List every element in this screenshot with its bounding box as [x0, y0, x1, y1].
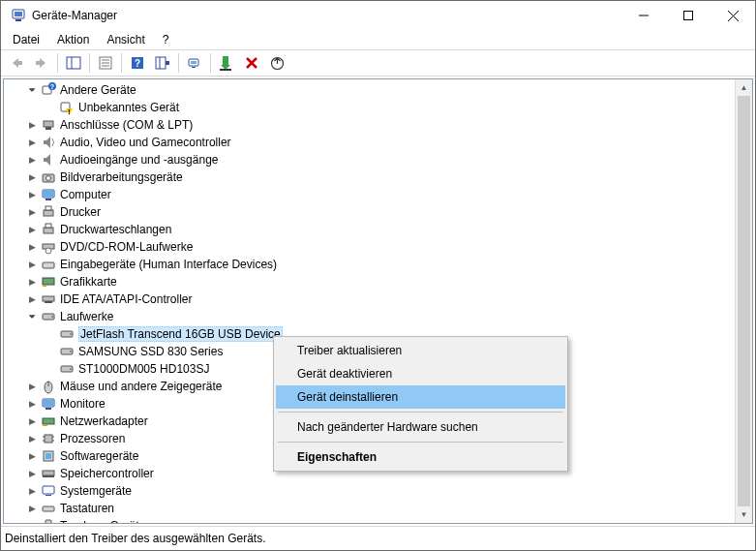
category-printqueues[interactable]: ▶Druckwarteschlangen [23, 221, 736, 238]
action-button[interactable] [151, 52, 174, 74]
audio-io-icon [41, 152, 56, 168]
printer-icon [41, 204, 56, 220]
chevron-right-icon[interactable]: ▶ [25, 170, 39, 184]
drive-icon [41, 309, 56, 324]
system-device-icon [41, 483, 56, 499]
unknown-device[interactable]: ! Unbekanntes Gerät [42, 99, 736, 116]
svg-rect-75 [43, 475, 54, 477]
category-portable[interactable]: ▶Tragbare Geräte [23, 517, 736, 523]
uninstall-device-button[interactable] [240, 52, 263, 74]
category-printers[interactable]: ▶Drucker [23, 203, 736, 221]
category-audio[interactable]: ▶Audio, Video und Gamecontroller [23, 134, 736, 151]
chevron-right-icon[interactable]: ▶ [25, 449, 39, 463]
svg-rect-64 [45, 408, 51, 410]
menu-action[interactable]: Aktion [49, 31, 97, 48]
statusbar: Deinstalliert den Treiber des ausgewählt… [1, 526, 755, 550]
category-label: Eingabegeräte (Human Interface Devices) [60, 258, 277, 271]
imaging-icon [41, 169, 56, 185]
help-button[interactable]: ? [126, 52, 149, 74]
chevron-right-icon[interactable]: ▶ [25, 502, 39, 515]
category-audio-io[interactable]: ▶Audioeingänge und -ausgänge [23, 151, 736, 168]
scan-hardware-button[interactable] [183, 52, 206, 74]
chevron-right-icon[interactable]: ▶ [25, 188, 39, 201]
ctx-update-driver[interactable]: Treiber aktualisieren [276, 339, 565, 362]
category-dvd[interactable]: ▶DVD/CD-ROM-Laufwerke [23, 238, 736, 256]
back-button[interactable] [5, 52, 28, 74]
chevron-right-icon[interactable]: ▶ [25, 136, 39, 149]
svg-rect-63 [44, 400, 53, 406]
chevron-right-icon[interactable]: ▶ [25, 240, 39, 254]
category-label: Mäuse und andere Zeigegeräte [60, 380, 222, 393]
chevron-right-icon[interactable]: ▶ [25, 380, 39, 393]
hid-icon [41, 257, 56, 272]
category-ports[interactable]: ▶Anschlüsse (COM & LPT) [23, 116, 736, 134]
category-label: DVD/CD-ROM-Laufwerke [60, 240, 193, 254]
chevron-down-icon[interactable]: ⏷ [25, 310, 39, 323]
category-other-devices[interactable]: ⏷ ? Andere Geräte ! Unbekanntes Gerät [23, 81, 736, 116]
maximize-button[interactable] [666, 1, 711, 30]
close-button[interactable] [711, 1, 755, 30]
menu-file[interactable]: Datei [5, 31, 47, 48]
chevron-right-icon[interactable]: ▶ [25, 397, 39, 411]
scroll-thumb[interactable] [738, 96, 750, 506]
show-hide-tree-button[interactable] [62, 52, 85, 74]
disk-icon [59, 344, 75, 359]
svg-rect-79 [45, 520, 51, 523]
chevron-right-icon[interactable]: ▶ [25, 223, 39, 236]
category-label: Speichercontroller [60, 467, 154, 480]
chevron-right-icon[interactable]: ▶ [25, 292, 39, 306]
minimize-button[interactable] [621, 1, 666, 30]
category-system[interactable]: ▶Systemgeräte [23, 482, 736, 500]
scroll-up-button[interactable]: ▲ [736, 79, 752, 96]
toolbar-separator [178, 53, 179, 73]
scroll-down-button[interactable]: ▼ [736, 506, 752, 523]
chevron-right-icon[interactable]: ▶ [25, 153, 39, 167]
enable-device-button[interactable] [215, 52, 238, 74]
chevron-right-icon[interactable]: ▶ [25, 484, 39, 498]
svg-text:!: ! [68, 108, 70, 115]
update-driver-button[interactable] [265, 52, 288, 74]
ctx-scan-hardware[interactable]: Nach geänderter Hardware suchen [276, 415, 565, 439]
chevron-down-icon[interactable]: ⏷ [25, 83, 39, 97]
svg-rect-48 [43, 278, 54, 285]
svg-rect-35 [45, 127, 51, 130]
menu-help[interactable]: ? [155, 31, 177, 48]
svg-rect-49 [43, 285, 46, 287]
svg-rect-22 [192, 67, 196, 68]
svg-rect-21 [191, 61, 197, 64]
chevron-right-icon[interactable]: ▶ [25, 432, 39, 445]
category-label: Systemgeräte [60, 484, 132, 498]
category-imaging[interactable]: ▶Bildverarbeitungsgeräte [23, 168, 736, 186]
window-controls [621, 1, 755, 30]
properties-button[interactable] [94, 52, 117, 74]
chevron-right-icon[interactable]: ▶ [25, 414, 39, 428]
category-ide[interactable]: ▶IDE ATA/ATAPI-Controller [23, 291, 736, 308]
category-label: Tragbare Geräte [60, 519, 145, 523]
ctx-disable-device[interactable]: Gerät deaktivieren [276, 362, 565, 385]
category-keyboards[interactable]: ▶Tastaturen [23, 500, 736, 517]
chevron-right-icon[interactable]: ▶ [25, 519, 39, 523]
chevron-right-icon[interactable]: ▶ [25, 118, 39, 132]
ctx-uninstall-device[interactable]: Gerät deinstallieren [276, 385, 565, 409]
chevron-right-icon[interactable]: ▶ [25, 205, 39, 219]
chevron-right-icon[interactable]: ▶ [25, 275, 39, 289]
menu-view[interactable]: Ansicht [99, 31, 152, 48]
titlebar: Geräte-Manager [1, 1, 755, 30]
vertical-scrollbar[interactable]: ▲ ▼ [735, 79, 752, 523]
svg-point-55 [70, 333, 72, 335]
monitor-icon [41, 396, 56, 412]
chevron-right-icon[interactable]: ▶ [25, 258, 39, 271]
forward-button[interactable] [30, 52, 53, 74]
chevron-right-icon[interactable]: ▶ [25, 467, 39, 480]
category-label: Netzwerkadapter [60, 414, 148, 428]
category-display[interactable]: ▶Grafikkarte [23, 273, 736, 291]
category-computer[interactable]: ▶Computer [23, 186, 736, 203]
context-menu: Treiber aktualisieren Gerät deaktivieren… [273, 336, 568, 472]
svg-rect-23 [223, 56, 228, 65]
svg-rect-51 [45, 301, 52, 303]
ctx-properties[interactable]: Eigenschaften [276, 445, 565, 469]
printqueue-icon [41, 222, 56, 237]
chevron-spacer [44, 362, 57, 376]
category-hid[interactable]: ▶Eingabegeräte (Human Interface Devices) [23, 256, 736, 273]
svg-rect-19 [166, 61, 169, 65]
